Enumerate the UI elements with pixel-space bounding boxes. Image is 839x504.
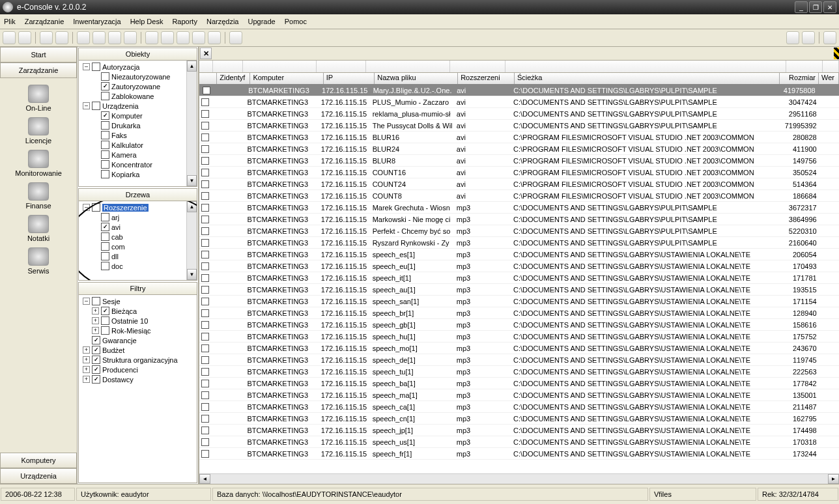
tree-item[interactable]: –Sesje [83,296,195,306]
toolbar-button[interactable] [229,31,242,44]
nav-item[interactable]: Finanse [0,180,77,212]
tree-item[interactable]: +Budżet [83,345,195,355]
checkbox[interactable] [101,316,109,325]
table-row[interactable]: BTCMARKETING3172.16.115.15BLUR8aviC:\PRO… [199,155,839,167]
checkbox[interactable] [101,307,109,315]
expand-toggle[interactable]: + [83,346,90,354]
row-checkbox[interactable] [199,157,212,165]
tree-item[interactable]: +Ostatnie 10 [83,316,195,326]
expand-toggle[interactable]: + [83,366,90,373]
checkbox[interactable] [92,102,100,110]
col-ip[interactable]: IP [324,73,375,84]
col-zidentyf[interactable]: Zidentyf [217,73,250,84]
table-row[interactable]: BTCMARKETING3172.16.115.15speech_jp[1]mp… [199,425,839,436]
table-row[interactable]: BTCMARKETING3172.16.115.15Mary.J.Blige.&… [199,85,839,96]
checkbox[interactable] [101,141,109,149]
row-checkbox[interactable] [199,309,212,317]
maximize-button[interactable]: ❐ [809,1,822,13]
checkbox[interactable] [92,336,100,344]
minimize-button[interactable]: _ [795,1,808,13]
toolbar-button[interactable] [55,31,68,44]
checkbox[interactable] [101,262,109,270]
table-row[interactable]: BTCMARKETING3172.16.115.15Ryszard Rynkow… [199,237,839,249]
row-checkbox[interactable] [199,145,212,153]
checkbox[interactable] [101,232,109,241]
table-row[interactable]: BTCMARKETING3172.16.115.15speech_gb[1]mp… [199,319,839,331]
toolbar-button[interactable] [18,31,31,44]
tree-item[interactable]: Niezautoryzowane [83,72,195,81]
table-row[interactable]: BTCMARKETING3172.16.115.15The Pussycat D… [199,120,839,132]
tree-item[interactable]: Kalkulator [83,140,195,150]
tree-item[interactable]: +Producenci [83,365,195,374]
table-row[interactable]: BTCMARKETING3172.16.115.15BLUR16aviC:\PR… [199,132,839,143]
tree-item[interactable]: +Struktura organizacyjna [83,355,195,365]
checkbox[interactable] [101,92,109,100]
toolbar-button[interactable] [145,31,158,44]
nav-item[interactable]: Serwis [0,245,77,277]
tree-item[interactable]: com [83,242,195,251]
urzadzenia-button[interactable]: Urządzenia [0,468,77,484]
menu-inwentaryzacja[interactable]: Inwentaryzacja [73,18,121,25]
tree-item[interactable]: Gwarancje [83,335,195,345]
zarzadzanie-button[interactable]: Zarządzanie [0,63,77,78]
row-checkbox[interactable] [199,251,212,259]
toolbar-button[interactable] [3,31,16,44]
scroll-down-icon[interactable]: ▼ [187,175,197,186]
col-wer[interactable]: Wer [819,73,839,84]
col-komputer[interactable]: Komputer [250,73,323,84]
checkbox[interactable] [92,297,100,305]
row-checkbox[interactable] [199,180,212,188]
table-row[interactable]: BTCMARKETING3172.16.115.15speech_ca[1]mp… [199,401,839,413]
row-checkbox[interactable] [199,298,212,305]
tree-item[interactable]: dll [83,251,195,261]
row-checkbox[interactable] [199,216,212,223]
checkbox[interactable] [101,170,109,178]
tree-item[interactable]: +Bieżąca [83,306,195,316]
toolbar-button[interactable] [177,31,190,44]
row-checkbox[interactable] [199,274,212,282]
nav-item[interactable]: Monitorowanie [0,147,77,180]
nav-item[interactable]: On-Line [0,82,77,115]
expand-toggle[interactable]: – [83,298,90,305]
scroll-up-icon[interactable]: ▲ [187,201,197,212]
table-row[interactable]: BTCMARKETING3172.16.115.15speech_tu[1]mp… [199,366,839,378]
tree-item[interactable]: +Rok-Miesiąc [83,326,195,335]
col-rozszerzenie[interactable]: Rozszerzeni [458,73,515,84]
menu-narzedzia[interactable]: Narzędzia [206,18,239,25]
menu-pomoc[interactable]: Pomoc [285,18,307,25]
row-checkbox[interactable] [199,333,212,341]
row-checkbox[interactable] [199,204,212,212]
komputery-button[interactable]: Komputery [0,453,77,468]
table-row[interactable]: BTCMARKETING3172.16.115.15speech_br[1]mp… [199,307,839,319]
print-icon[interactable] [802,31,815,44]
checkbox[interactable] [101,111,109,120]
menu-upgrade[interactable]: Upgrade [248,18,275,25]
close-tab-button[interactable]: ✕ [200,48,212,59]
table-row[interactable]: BTCMARKETING3172.16.115.15speech_au[1]mp… [199,284,839,296]
table-row[interactable]: BTCMARKETING3172.16.115.15speech_cn[1]mp… [199,413,839,425]
checkbox[interactable] [101,242,109,251]
tree-item[interactable]: doc [83,261,195,271]
table-row[interactable]: BTCMARKETING3172.16.115.15COUNT8aviC:\PR… [199,190,839,202]
filter-row[interactable] [199,61,839,73]
checkbox[interactable] [101,213,109,221]
row-checkbox[interactable] [199,262,212,270]
nav-item[interactable]: Notatki [0,212,77,245]
checkbox[interactable] [92,63,100,71]
table-row[interactable]: BTCMARKETING3172.16.115.15speech_fr[1]mp… [199,448,839,460]
table-row[interactable]: BTCMARKETING3172.16.115.15BLUR24aviC:\PR… [199,143,839,155]
row-checkbox[interactable] [199,415,212,423]
row-checkbox[interactable] [199,192,212,200]
scroll-down-icon[interactable]: ▼ [187,269,197,280]
tree-item[interactable]: –Autoryzacja [83,62,195,72]
checkbox[interactable] [101,150,109,159]
row-checkbox[interactable] [199,403,212,411]
tree-item[interactable]: Komputer [83,111,195,120]
close-button[interactable]: ✕ [823,1,836,13]
menu-plik[interactable]: Plik [4,18,16,25]
expand-toggle[interactable]: + [92,307,99,315]
row-checkbox[interactable] [199,380,212,387]
table-row[interactable]: BTCMARKETING3172.16.115.15speech_de[1]mp… [199,354,839,366]
start-button[interactable]: Start [0,47,77,63]
table-row[interactable]: BTCMARKETING3172.16.115.15speech_eu[1]mp… [199,260,839,272]
